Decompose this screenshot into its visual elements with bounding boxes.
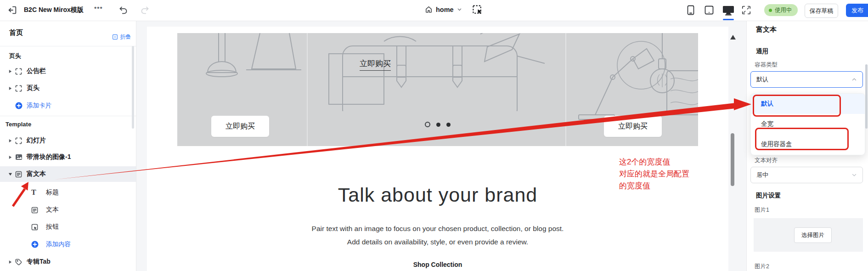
sidebar-item-label: 富文本 (27, 170, 46, 178)
sidebar-item-label: 页头 (27, 84, 39, 92)
carousel-dot[interactable] (446, 123, 451, 127)
sidebar-item-rich-text[interactable]: 富文本 (0, 166, 136, 182)
exit-editor-button[interactable] (7, 5, 17, 15)
sidebar-item-slideshow[interactable]: 幻灯片 (0, 133, 136, 148)
preview-mobile-button[interactable] (687, 5, 694, 15)
marquee-cursor-icon (472, 5, 484, 16)
sidebar-item-header[interactable]: 页头 (0, 80, 136, 96)
chevron-down-icon (457, 7, 462, 12)
sidebar-item-image-with-slider[interactable]: 带滑块的图像-1 (0, 149, 136, 165)
dropdown-option-full-width[interactable]: 全宽 (751, 114, 865, 134)
container-type-dropdown: 默认 全宽 使用容器盒 (750, 93, 865, 155)
carousel-dot[interactable] (436, 123, 440, 127)
plus-circle-icon (15, 102, 23, 109)
tablet-icon (705, 6, 714, 15)
slideshow-section[interactable]: 立即购买 立即购买 立即购买 (177, 33, 698, 146)
page-selector[interactable]: home (425, 6, 462, 13)
phone-icon (687, 5, 694, 15)
rich-text-body: Pair text with an image to focus on your… (147, 222, 728, 248)
slide-illustration-lamp-bulb (572, 33, 698, 130)
collapse-label: 折叠 (120, 33, 131, 41)
chevron-down-icon (851, 172, 857, 178)
choose-image-button[interactable]: 选择图片 (794, 227, 832, 243)
status-badge-label: 使用中 (775, 6, 792, 14)
chevron-right-icon[interactable] (8, 86, 12, 90)
add-content-label: 添加内容 (46, 240, 71, 248)
publish-button[interactable]: 发布 (846, 4, 868, 17)
section-label-header: 页头 (9, 52, 21, 60)
canvas-scrollbar-thumb[interactable] (731, 133, 734, 186)
storefront-page: 立即购买 立即购买 立即购买 Talk about your brand Pai… (147, 27, 728, 271)
section-frame-icon (15, 85, 22, 92)
slide-illustration-lamp-base (191, 33, 306, 88)
add-card-button[interactable]: 添加卡片 (0, 98, 136, 113)
image2-label: 图片2 (755, 263, 769, 271)
page-selector-label: home (436, 6, 454, 13)
container-type-select[interactable]: 默认 (750, 71, 863, 88)
text-align-value: 居中 (756, 171, 768, 179)
button-block-icon (31, 224, 38, 231)
rich-text-icon (15, 171, 22, 178)
text-align-label: 文本对齐 (755, 157, 778, 164)
sidebar-item-label: 文本 (46, 206, 59, 214)
panel-title: 富文本 (756, 25, 777, 34)
undo-button[interactable] (118, 5, 128, 15)
chevron-down-icon[interactable] (8, 172, 12, 176)
image-icon (15, 153, 23, 161)
buy-now-link[interactable]: 立即购买 (360, 58, 391, 71)
more-menu-button[interactable]: ••• (94, 4, 103, 11)
chevron-right-icon[interactable] (8, 155, 12, 159)
sidebar-item-announcement-bar[interactable]: 公告栏 (0, 63, 136, 79)
section-frame-icon (15, 68, 22, 75)
text-align-select[interactable]: 居中 (750, 167, 863, 183)
save-draft-button[interactable]: 保存草稿 (805, 4, 838, 18)
settings-panel: 富文本 通用 容器类型 默认 默认 全宽 使用容器盒 文本对齐 居中 图片设置 … (746, 21, 868, 271)
home-icon (425, 6, 433, 13)
desktop-icon (722, 6, 734, 16)
sidebar-item-text[interactable]: 文本 (0, 202, 136, 218)
add-content-button[interactable]: 添加内容 (0, 237, 136, 252)
sidebar-item-heading[interactable]: T 标题 (0, 185, 136, 200)
slide-divider (307, 33, 308, 146)
more-icon: ••• (94, 4, 103, 11)
section-general: 通用 (756, 47, 768, 56)
fullscreen-button[interactable] (741, 5, 751, 15)
sidebar-scrollbar-thumb[interactable] (132, 46, 134, 129)
canvas-scroll-up-arrow[interactable] (730, 34, 736, 40)
rich-text-heading: Talk about your brand (147, 184, 728, 206)
container-type-value: 默认 (756, 75, 768, 84)
chevron-right-icon[interactable] (8, 69, 12, 73)
dropdown-option-container-box[interactable]: 使用容器盒 (751, 134, 865, 154)
carousel-dots (177, 122, 698, 127)
section-image-settings: 图片设置 (756, 192, 781, 200)
sidebar-item-label: 公告栏 (27, 67, 46, 75)
rich-text-body-line2: Add details on availability, style, or e… (147, 235, 728, 248)
sidebar-item-label: 专辑Tab (27, 258, 51, 266)
fullscreen-icon (741, 5, 751, 15)
slide-divider (565, 33, 566, 146)
chevron-right-icon[interactable] (8, 139, 12, 143)
top-toolbar: B2C New Mirox模版 ••• home (0, 0, 868, 21)
undo-icon (118, 5, 128, 15)
text-block-icon (31, 207, 38, 214)
heading-icon: T (31, 189, 36, 196)
plus-circle-icon (31, 241, 39, 248)
dropdown-option-default[interactable]: 默认 (751, 94, 865, 114)
chevron-right-icon[interactable] (8, 260, 12, 264)
carousel-dot-active[interactable] (425, 122, 430, 127)
project-title: B2C New Mirox模版 (24, 6, 84, 14)
preview-desktop-button[interactable] (722, 6, 734, 16)
select-tool-button[interactable] (472, 5, 484, 16)
panel-scrollbar-thumb[interactable] (865, 64, 868, 129)
sidebar-item-label: 标题 (46, 188, 59, 197)
redo-button[interactable] (140, 5, 150, 15)
sidebar-item-label: 按钮 (46, 223, 59, 231)
sidebar-item-button[interactable]: 按钮 (0, 219, 136, 235)
sidebar-item-album-tab[interactable]: 专辑Tab (0, 254, 136, 270)
preview-tablet-button[interactable] (705, 6, 714, 15)
sidebar-page-title: 首页 (9, 28, 23, 37)
sidebar-item-label: 带滑块的图像-1 (27, 153, 71, 161)
layers-sidebar: 首页 折叠 页头 公告栏 页头 添加卡片 Template 幻 (0, 21, 136, 271)
shop-collection-link[interactable]: Shop Collection (147, 261, 728, 268)
collapse-sidebar-button[interactable]: 折叠 (112, 33, 131, 41)
